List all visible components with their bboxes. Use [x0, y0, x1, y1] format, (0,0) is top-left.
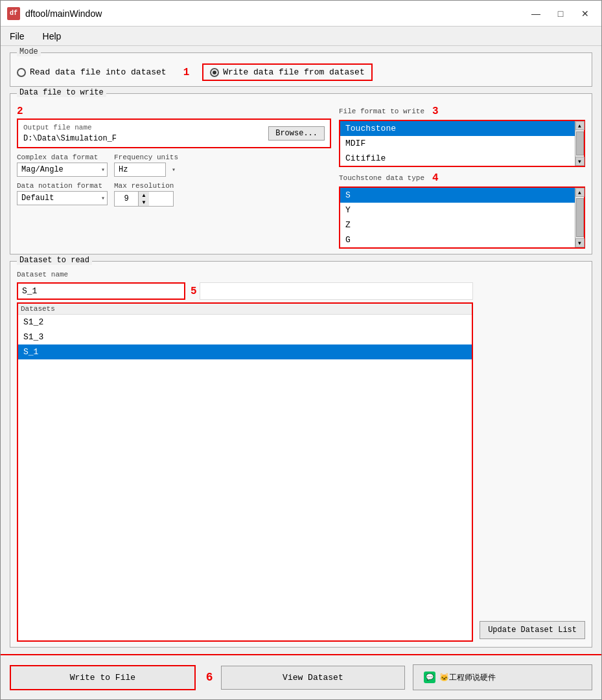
data-file-row: 2 Output file name Browse... — [17, 103, 585, 249]
badge-6: 6 — [206, 671, 213, 684]
file-format-scrollbar[interactable]: ▲ ▼ — [575, 121, 584, 166]
wechat-icon: 💬 — [424, 672, 435, 683]
write-mode-option[interactable]: Write data file from dataset — [202, 63, 372, 81]
format-freq-row: Complex data format Mag/Angle Real/Imag … — [17, 153, 331, 177]
footer: Write to File 6 View Dataset 💬 🐱工程师说硬件 — [1, 654, 601, 699]
scroll-up-arrow[interactable]: ▲ — [575, 121, 585, 130]
list-item[interactable]: S — [340, 188, 575, 203]
notation-label: Data notation format — [17, 182, 108, 190]
max-res-input[interactable] — [115, 193, 138, 205]
scroll-up-arrow[interactable]: ▲ — [575, 188, 585, 197]
complex-format-select[interactable]: Mag/Angle Real/Imag dB/Angle — [17, 163, 108, 177]
spinbox-buttons: ▲ ▼ — [138, 192, 149, 206]
update-dataset-button[interactable]: Update Dataset List — [480, 621, 585, 639]
mode-row: Read data file into dataset 1 Write data… — [17, 61, 585, 81]
write-to-file-button[interactable]: Write to File — [10, 665, 196, 690]
complex-format-label: Complex data format — [17, 153, 108, 161]
app-icon: df — [7, 7, 20, 20]
dataset-name-input[interactable] — [18, 284, 184, 299]
list-item[interactable]: Y — [340, 203, 575, 218]
file-format-section: File format to write 3 Touchstone MDIF C… — [339, 106, 585, 167]
max-res-group: Max resolution ▲ ▼ — [114, 182, 174, 207]
list-item[interactable]: Z — [340, 218, 575, 232]
output-file-label: Output file name — [23, 124, 264, 131]
dataset-name-box — [17, 282, 185, 300]
data-file-group: Data file to write 2 Output file name — [10, 93, 592, 254]
datasets-list-label: Datasets — [18, 304, 472, 315]
dataset-name-extension — [200, 282, 474, 300]
dataset-group-label: Dataset to read — [17, 256, 92, 265]
max-res-label: Max resolution — [114, 182, 174, 190]
notation-group: Data notation format Default Scientific … — [17, 182, 108, 205]
scroll-down-arrow[interactable]: ▼ — [575, 238, 585, 247]
badge-4: 4 — [432, 172, 439, 184]
minimize-button[interactable]: — — [526, 6, 546, 21]
title-bar: df dftool/mainWindow — □ ✕ — [1, 1, 601, 27]
close-button[interactable]: ✕ — [575, 6, 595, 21]
browse-button[interactable]: Browse... — [268, 126, 325, 141]
list-item[interactable]: Touchstone — [340, 121, 575, 136]
badge-2: 2 — [17, 106, 23, 117]
maximize-button[interactable]: □ — [551, 6, 570, 21]
mode-group: Mode Read data file into dataset 1 Write… — [10, 52, 592, 87]
file-menu[interactable]: File — [6, 30, 29, 43]
scroll-thumb[interactable] — [576, 131, 584, 155]
list-item[interactable]: MDIF — [340, 136, 575, 151]
data-file-group-label: Data file to write — [17, 88, 106, 97]
file-format-label: File format to write — [339, 107, 424, 115]
freq-units-select[interactable]: Hz KHz MHz GHz — [114, 163, 166, 177]
datasets-listbox: Datasets S1_2 S1_3 S_1 — [17, 302, 473, 642]
dataset-right: Update Dataset List — [480, 282, 585, 642]
spinbox-up[interactable]: ▲ — [139, 192, 149, 199]
list-item[interactable]: Citifile — [340, 151, 575, 166]
mode-group-label: Mode — [17, 47, 41, 56]
dataset-left: 5 Datasets S1_2 S1_3 S_1 — [17, 282, 473, 642]
max-res-spinbox: ▲ ▼ — [114, 191, 174, 207]
datasets-items: S1_2 S1_3 S_1 — [18, 315, 472, 640]
dataset-content: 5 Datasets S1_2 S1_3 S_1 Update D — [17, 280, 585, 642]
notation-select[interactable]: Default Scientific Fixed — [17, 191, 108, 205]
touchstone-data-section: Touchstone data type 4 S Y Z G ▲ — [339, 172, 585, 249]
output-file-input[interactable] — [23, 134, 264, 143]
list-item[interactable]: S_1 — [18, 344, 472, 359]
complex-format-select-wrapper: Mag/Angle Real/Imag dB/Angle — [17, 163, 108, 177]
help-menu[interactable]: Help — [39, 30, 65, 43]
list-item[interactable]: G — [340, 232, 575, 247]
right-column: File format to write 3 Touchstone MDIF C… — [339, 106, 585, 249]
file-format-items: Touchstone MDIF Citifile — [340, 121, 575, 166]
read-mode-option[interactable]: Read data file into dataset — [17, 67, 167, 77]
output-file-box: Output file name Browse... — [17, 119, 331, 148]
read-radio[interactable] — [17, 68, 26, 77]
main-window: df dftool/mainWindow — □ ✕ File Help Mod… — [0, 0, 602, 700]
window-controls: — □ ✕ — [526, 6, 595, 21]
view-dataset-button[interactable]: View Dataset — [221, 666, 406, 690]
spinbox-down[interactable]: ▼ — [139, 199, 149, 206]
touchstone-data-label: Touchstone data type — [339, 174, 424, 182]
freq-units-select-wrapper: Hz KHz MHz GHz — [114, 163, 178, 177]
freq-units-group: Frequency units Hz KHz MHz GHz — [114, 153, 178, 177]
scroll-down-arrow[interactable]: ▼ — [575, 157, 585, 166]
list-item[interactable]: S1_2 — [18, 315, 472, 330]
dataset-name-label: Dataset name — [17, 271, 585, 278]
complex-format-group: Complex data format Mag/Angle Real/Imag … — [17, 153, 108, 177]
wechat-label: 🐱工程师说硬件 — [439, 672, 496, 683]
badge-3: 3 — [432, 106, 439, 117]
list-item[interactable]: S1_3 — [18, 330, 472, 344]
left-column: 2 Output file name Browse... — [17, 106, 331, 249]
touchstone-items: S Y Z G — [340, 188, 575, 247]
notation-res-row: Data notation format Default Scientific … — [17, 182, 331, 207]
write-radio[interactable] — [210, 68, 219, 77]
badge-5: 5 — [191, 286, 197, 297]
main-content: Mode Read data file into dataset 1 Write… — [1, 46, 601, 654]
dataset-section: Dataset to read Dataset name 5 Datasets — [10, 261, 592, 648]
touchstone-listbox: S Y Z G ▲ ▼ — [339, 186, 585, 249]
wechat-button[interactable]: 💬 🐱工程师说硬件 — [413, 664, 592, 690]
scroll-thumb[interactable] — [576, 198, 584, 237]
badge-1: 1 — [183, 67, 190, 78]
freq-units-label: Frequency units — [114, 153, 178, 161]
file-format-listbox: Touchstone MDIF Citifile ▲ ▼ — [339, 120, 585, 167]
touchstone-scrollbar[interactable]: ▲ ▼ — [575, 188, 584, 247]
menu-bar: File Help — [1, 27, 601, 46]
notation-select-wrapper: Default Scientific Fixed — [17, 191, 108, 205]
write-mode-label: Write data file from dataset — [223, 67, 364, 77]
